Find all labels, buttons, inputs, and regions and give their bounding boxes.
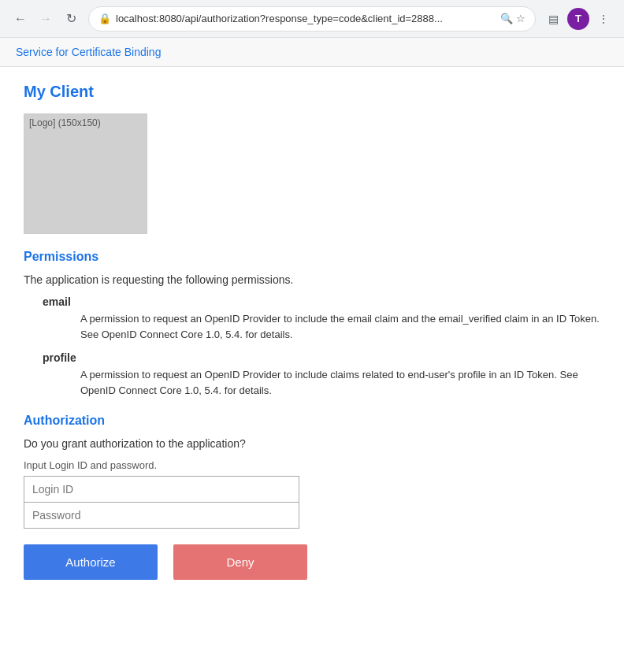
password-input[interactable] <box>24 502 299 529</box>
auth-question: Do you grant authorization to the applic… <box>24 437 600 450</box>
back-button[interactable]: ← <box>9 8 32 30</box>
input-label: Input Login ID and password. <box>24 459 600 471</box>
permissions-section: Permissions The application is requestin… <box>24 250 600 398</box>
browser-chrome: ← → ↻ 🔒 localhost:8080/api/authorization… <box>0 0 624 38</box>
reload-button[interactable]: ↻ <box>60 8 82 30</box>
auth-inputs <box>24 476 299 529</box>
forward-button[interactable]: → <box>35 8 57 30</box>
star-icon: ☆ <box>516 13 526 24</box>
permission-profile: profile A permission to request an OpenI… <box>43 351 600 398</box>
permissions-title: Permissions <box>24 250 600 264</box>
url-text: localhost:8080/api/authorization?respons… <box>116 13 496 24</box>
lock-icon: 🔒 <box>98 13 111 24</box>
address-bar[interactable]: 🔒 localhost:8080/api/authorization?respo… <box>88 6 536 32</box>
button-row: Authorize Deny <box>24 544 600 580</box>
permission-email: email A permission to request an OpenID … <box>43 295 600 342</box>
authorize-button[interactable]: Authorize <box>24 544 158 580</box>
authorization-section: Authorization Do you grant authorization… <box>24 414 600 580</box>
deny-button[interactable]: Deny <box>173 544 307 580</box>
avatar[interactable]: T <box>567 8 589 30</box>
login-id-input[interactable] <box>24 476 299 502</box>
site-header-link[interactable]: Service for Certificate Binding <box>16 46 161 58</box>
address-bar-icons: 🔍 ☆ <box>500 13 526 24</box>
permissions-intro: The application is requesting the follow… <box>24 273 600 286</box>
permission-profile-name: profile <box>43 351 600 364</box>
menu-button[interactable]: ⋮ <box>592 8 615 30</box>
extensions-button[interactable]: ▤ <box>542 8 564 30</box>
site-header: Service for Certificate Binding <box>0 38 624 67</box>
client-logo: [Logo] (150x150) <box>24 113 147 234</box>
search-icon: 🔍 <box>500 13 513 24</box>
client-title: My Client <box>24 83 600 101</box>
permission-email-name: email <box>43 295 600 308</box>
nav-buttons: ← → ↻ <box>9 8 82 30</box>
client-section: My Client [Logo] (150x150) <box>24 83 600 234</box>
main-content: My Client [Logo] (150x150) Permissions T… <box>0 67 624 596</box>
toolbar-icons: ▤ T ⋮ <box>542 8 615 30</box>
permission-email-desc: A permission to request an OpenID Provid… <box>80 311 600 342</box>
permission-profile-desc: A permission to request an OpenID Provid… <box>80 367 600 398</box>
authorization-title: Authorization <box>24 414 600 428</box>
